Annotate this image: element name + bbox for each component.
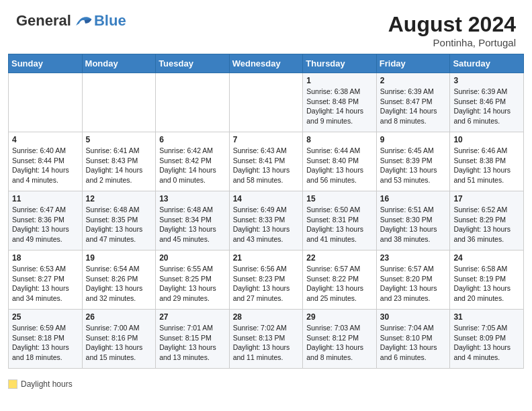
- day-number: 23: [380, 253, 447, 263]
- day-info: Sunrise: 6:53 AM Sunset: 8:27 PM Dayligh…: [12, 264, 79, 304]
- table-row: 13Sunrise: 6:48 AM Sunset: 8:34 PM Dayli…: [156, 191, 230, 250]
- day-number: 14: [233, 194, 300, 203]
- table-row: 19Sunrise: 6:54 AM Sunset: 8:26 PM Dayli…: [82, 250, 156, 310]
- table-row: 6Sunrise: 6:42 AM Sunset: 8:42 PM Daylig…: [156, 132, 230, 191]
- table-row: 31Sunrise: 7:05 AM Sunset: 8:09 PM Dayli…: [450, 310, 524, 369]
- day-number: 11: [12, 194, 79, 203]
- day-number: 15: [306, 194, 373, 203]
- table-row: 15Sunrise: 6:50 AM Sunset: 8:31 PM Dayli…: [303, 191, 377, 250]
- table-row: 23Sunrise: 6:57 AM Sunset: 8:20 PM Dayli…: [376, 250, 450, 310]
- day-number: 29: [306, 312, 373, 322]
- table-row: 27Sunrise: 7:01 AM Sunset: 8:15 PM Dayli…: [156, 310, 230, 369]
- day-info: Sunrise: 6:48 AM Sunset: 8:34 PM Dayligh…: [159, 205, 226, 244]
- day-number: 20: [159, 253, 226, 263]
- day-info: Sunrise: 7:00 AM Sunset: 8:16 PM Dayligh…: [86, 323, 152, 363]
- table-row: 26Sunrise: 7:00 AM Sunset: 8:16 PM Dayli…: [82, 310, 156, 369]
- col-monday: Monday: [82, 54, 156, 73]
- day-info: Sunrise: 6:45 AM Sunset: 8:39 PM Dayligh…: [380, 146, 447, 185]
- table-row: [156, 73, 230, 132]
- day-info: Sunrise: 6:46 AM Sunset: 8:38 PM Dayligh…: [453, 146, 520, 185]
- table-row: 14Sunrise: 6:49 AM Sunset: 8:33 PM Dayli…: [229, 191, 303, 250]
- day-number: 28: [233, 312, 300, 322]
- day-number: 7: [233, 135, 300, 144]
- day-info: Sunrise: 7:05 AM Sunset: 8:09 PM Dayligh…: [453, 323, 520, 363]
- table-row: 18Sunrise: 6:53 AM Sunset: 8:27 PM Dayli…: [9, 250, 83, 310]
- table-row: 25Sunrise: 6:59 AM Sunset: 8:18 PM Dayli…: [9, 310, 83, 369]
- day-number: 2: [380, 76, 447, 85]
- day-info: Sunrise: 7:01 AM Sunset: 8:15 PM Dayligh…: [159, 323, 226, 363]
- table-row: 30Sunrise: 7:04 AM Sunset: 8:10 PM Dayli…: [376, 310, 450, 369]
- table-row: 20Sunrise: 6:55 AM Sunset: 8:25 PM Dayli…: [156, 250, 230, 310]
- table-row: 5Sunrise: 6:41 AM Sunset: 8:43 PM Daylig…: [82, 132, 156, 191]
- day-number: 27: [159, 312, 226, 322]
- day-number: 21: [233, 253, 300, 263]
- day-info: Sunrise: 6:59 AM Sunset: 8:18 PM Dayligh…: [12, 323, 79, 363]
- day-info: Sunrise: 6:50 AM Sunset: 8:31 PM Dayligh…: [306, 205, 373, 244]
- table-row: 17Sunrise: 6:52 AM Sunset: 8:29 PM Dayli…: [450, 191, 524, 250]
- logo-bird-icon: [74, 13, 93, 28]
- day-info: Sunrise: 6:54 AM Sunset: 8:26 PM Dayligh…: [86, 264, 152, 304]
- table-row: 8Sunrise: 6:44 AM Sunset: 8:40 PM Daylig…: [303, 132, 377, 191]
- calendar-header-row: Sunday Monday Tuesday Wednesday Thursday…: [9, 54, 524, 73]
- day-info: Sunrise: 6:49 AM Sunset: 8:33 PM Dayligh…: [233, 205, 300, 244]
- day-info: Sunrise: 6:47 AM Sunset: 8:36 PM Dayligh…: [12, 205, 79, 244]
- day-info: Sunrise: 6:39 AM Sunset: 8:46 PM Dayligh…: [453, 87, 520, 126]
- location-subtitle: Pontinha, Portugal: [388, 37, 516, 48]
- table-row: 29Sunrise: 7:03 AM Sunset: 8:12 PM Dayli…: [303, 310, 377, 369]
- calendar-week-row: 11Sunrise: 6:47 AM Sunset: 8:36 PM Dayli…: [9, 191, 524, 250]
- day-number: 22: [306, 253, 373, 263]
- table-row: 16Sunrise: 6:51 AM Sunset: 8:30 PM Dayli…: [376, 191, 450, 250]
- title-area: August 2024 Pontinha, Portugal: [388, 12, 516, 48]
- legend-daylight-box: [8, 379, 17, 389]
- calendar-week-row: 4Sunrise: 6:40 AM Sunset: 8:44 PM Daylig…: [9, 132, 524, 191]
- col-thursday: Thursday: [303, 54, 377, 73]
- day-number: 17: [453, 194, 520, 203]
- day-info: Sunrise: 6:58 AM Sunset: 8:19 PM Dayligh…: [453, 264, 520, 304]
- day-info: Sunrise: 7:02 AM Sunset: 8:13 PM Dayligh…: [233, 323, 300, 363]
- day-number: 30: [380, 312, 447, 322]
- legend-daylight-label: Daylight hours: [21, 379, 73, 389]
- day-number: 24: [453, 253, 520, 263]
- day-info: Sunrise: 6:38 AM Sunset: 8:48 PM Dayligh…: [306, 87, 373, 126]
- day-info: Sunrise: 6:41 AM Sunset: 8:43 PM Dayligh…: [86, 146, 152, 185]
- legend-daylight: Daylight hours: [8, 379, 73, 389]
- day-info: Sunrise: 6:44 AM Sunset: 8:40 PM Dayligh…: [306, 146, 373, 185]
- table-row: [229, 73, 303, 132]
- day-number: 16: [380, 194, 447, 203]
- calendar-wrap: Sunday Monday Tuesday Wednesday Thursday…: [0, 54, 532, 375]
- day-number: 5: [86, 135, 152, 144]
- table-row: 10Sunrise: 6:46 AM Sunset: 8:38 PM Dayli…: [450, 132, 524, 191]
- day-info: Sunrise: 6:56 AM Sunset: 8:23 PM Dayligh…: [233, 264, 300, 304]
- day-number: 13: [159, 194, 226, 203]
- calendar-week-row: 1Sunrise: 6:38 AM Sunset: 8:48 PM Daylig…: [9, 73, 524, 132]
- table-row: 1Sunrise: 6:38 AM Sunset: 8:48 PM Daylig…: [303, 73, 377, 132]
- logo-general-text: General: [16, 12, 71, 30]
- table-row: 22Sunrise: 6:57 AM Sunset: 8:22 PM Dayli…: [303, 250, 377, 310]
- table-row: 9Sunrise: 6:45 AM Sunset: 8:39 PM Daylig…: [376, 132, 450, 191]
- table-row: [9, 73, 83, 132]
- day-number: 1: [306, 76, 373, 85]
- day-number: 8: [306, 135, 373, 144]
- table-row: 4Sunrise: 6:40 AM Sunset: 8:44 PM Daylig…: [9, 132, 83, 191]
- table-row: 3Sunrise: 6:39 AM Sunset: 8:46 PM Daylig…: [450, 73, 524, 132]
- day-info: Sunrise: 6:40 AM Sunset: 8:44 PM Dayligh…: [12, 146, 79, 185]
- day-number: 3: [453, 76, 520, 85]
- col-sunday: Sunday: [9, 54, 83, 73]
- page-header: General Blue August 2024 Pontinha, Portu…: [0, 0, 532, 54]
- col-wednesday: Wednesday: [229, 54, 303, 73]
- day-number: 18: [12, 253, 79, 263]
- col-saturday: Saturday: [450, 54, 524, 73]
- day-number: 9: [380, 135, 447, 144]
- day-number: 4: [12, 135, 79, 144]
- table-row: [82, 73, 156, 132]
- col-tuesday: Tuesday: [156, 54, 230, 73]
- day-info: Sunrise: 7:04 AM Sunset: 8:10 PM Dayligh…: [380, 323, 447, 363]
- day-info: Sunrise: 7:03 AM Sunset: 8:12 PM Dayligh…: [306, 323, 373, 363]
- day-number: 31: [453, 312, 520, 322]
- table-row: 21Sunrise: 6:56 AM Sunset: 8:23 PM Dayli…: [229, 250, 303, 310]
- table-row: 7Sunrise: 6:43 AM Sunset: 8:41 PM Daylig…: [229, 132, 303, 191]
- day-info: Sunrise: 6:55 AM Sunset: 8:25 PM Dayligh…: [159, 264, 226, 304]
- day-number: 10: [453, 135, 520, 144]
- col-friday: Friday: [376, 54, 450, 73]
- day-info: Sunrise: 6:48 AM Sunset: 8:35 PM Dayligh…: [86, 205, 152, 244]
